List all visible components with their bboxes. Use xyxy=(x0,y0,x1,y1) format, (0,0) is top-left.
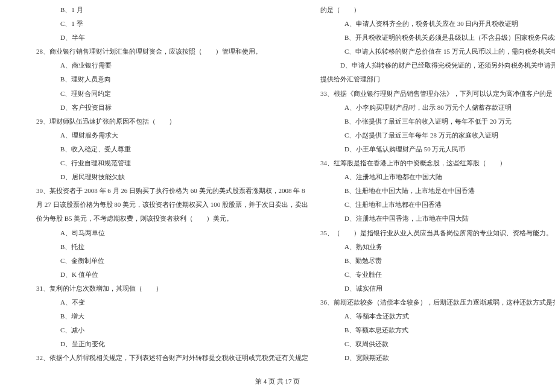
page-footer: 第 4 页 共 17 页 xyxy=(0,374,555,386)
option-d-line2: 提供给外汇管理部门 xyxy=(320,72,555,86)
question-32-cont: 的是（ ） xyxy=(320,3,555,17)
option: D、居民理财技能欠缺 xyxy=(36,170,308,184)
option: A、商业银行需要 xyxy=(36,58,308,72)
option: D、注册地在中国香港，上市地在中国大陆 xyxy=(320,212,555,226)
option: D、宽限期还款 xyxy=(320,351,555,365)
option: A、注册地和上市地都在中国大陆 xyxy=(320,170,555,184)
option: C、注册地和上市地都在中国香港 xyxy=(320,198,555,212)
option: B、开具税收证明的税务机关必须是县级以上（不含县级）国家税务局或地方税务局 xyxy=(320,31,555,45)
option: D、客户投资目标 xyxy=(36,101,308,115)
exam-page: B、1 月 C、1 季 D、半年 28、商业银行销售理财计划汇集的理财资金，应该… xyxy=(0,0,555,374)
option: B、勤勉尽责 xyxy=(320,254,555,268)
option: B、等额本息还款方式 xyxy=(320,323,555,337)
option: C、专业胜任 xyxy=(320,268,555,282)
footer-suffix: 页 xyxy=(291,378,300,385)
question-35: 35、（ ）是指银行业从业人员应当具备岗位所需的专业知识、资格与能力。 xyxy=(320,226,555,240)
option: C、小赵提供了最近三年每年 28 万元的家庭收入证明 xyxy=(320,128,555,142)
footer-prefix: 第 xyxy=(255,378,264,385)
option: C、理财合同约定 xyxy=(36,87,308,101)
question-28: 28、商业银行销售理财计划汇集的理财资金，应该按照（ ）管理和使用。 xyxy=(36,45,308,58)
option: D、小王单笔认购理财产品 50 万元人民币 xyxy=(320,142,555,156)
total-pages: 17 xyxy=(285,378,291,385)
option: C、申请人拟转移的财产总价值在 15 万元人民币以上的，需向税务机关申请税收证明 xyxy=(320,45,555,58)
question-32: 32、依据个人所得税相关规定，下列表述符合财产对外转移提交税收证明或完税凭证有关… xyxy=(36,351,308,365)
option: B、增大 xyxy=(36,309,308,323)
option: D、K 值单位 xyxy=(36,268,308,282)
option: D、诚实信用 xyxy=(320,282,555,296)
left-column: B、1 月 C、1 季 D、半年 28、商业银行销售理财计划汇集的理财资金，应该… xyxy=(30,3,314,374)
question-30-line1: 30、某投资者于 2008 年 6 月 26 日购买了执行价格为 60 美元的美… xyxy=(36,184,308,198)
option: C、减小 xyxy=(36,323,308,337)
option: B、托拉 xyxy=(36,240,308,254)
option: B、收入稳定、受人尊重 xyxy=(36,142,308,156)
option: A、小李购买理财产品时，出示 80 万元个人储蓄存款证明 xyxy=(320,101,555,115)
footer-mid: 页 共 xyxy=(267,378,285,385)
option: A、等额本金还款方式 xyxy=(320,309,555,323)
option: C、1 季 xyxy=(36,17,308,31)
option: A、熟知业务 xyxy=(320,240,555,254)
question-30-line2: 月 27 日该股票价格为每股 80 美元，该投资者行使期权买入 100 股股票，… xyxy=(36,198,308,212)
question-33: 33、根据《商业银行理财产品销售管理办法》，下列可以认定为高净值客户的是（ ） xyxy=(320,87,555,101)
question-31: 31、复利的计息次数增加，其现值（ ） xyxy=(36,282,308,296)
option: B、1 月 xyxy=(36,3,308,17)
question-30-line3: 价为每股 B5 美元，不考虑期权费，则该投资者获利（ ）美元。 xyxy=(36,212,308,226)
question-34: 34、红筹股是指在香港上市的中资概念股，这些红筹股（ ） xyxy=(320,156,555,170)
option: C、行业自理和规范管理 xyxy=(36,156,308,170)
option: B、理财人员意向 xyxy=(36,72,308,86)
question-36: 36、前期还款较多（清偿本金较多），后期还款压力逐渐减弱，这种还款方式是指（ ） xyxy=(320,296,555,309)
question-29: 29、理财师队伍迅速扩张的原因不包括（ ） xyxy=(36,115,308,128)
option: A、不变 xyxy=(36,296,308,309)
option: D、半年 xyxy=(36,31,308,45)
option-d-line1: D、申请人拟转移的财产已经取得完税凭证的，还须另外向税务机关申请开具税收证明，并 xyxy=(320,58,555,72)
option: C、金衡制单位 xyxy=(36,254,308,268)
option: B、注册地在中国大陆，上市地是在中国香港 xyxy=(320,184,555,198)
option: A、理财服务需求大 xyxy=(36,128,308,142)
option: D、呈正向变化 xyxy=(36,337,308,351)
option: A、申请人资料齐全的，税务机关应在 30 日内开具税收证明 xyxy=(320,17,555,31)
option: B、小张提供了最近三年的收入证明，每年不低于 20 万元 xyxy=(320,115,555,128)
option: C、双周供还款 xyxy=(320,337,555,351)
right-column: 的是（ ） A、申请人资料齐全的，税务机关应在 30 日内开具税收证明 B、开具… xyxy=(314,3,555,374)
option: A、司马两单位 xyxy=(36,226,308,240)
